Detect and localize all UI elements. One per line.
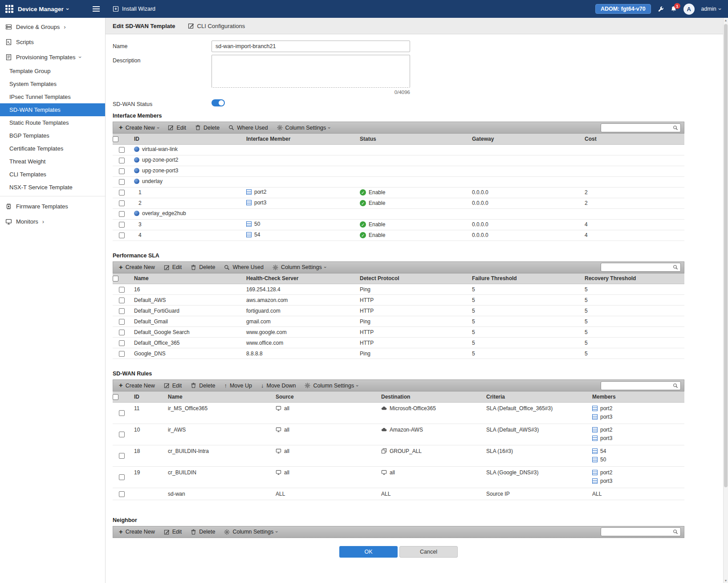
rule-row[interactable]: 11 ir_MS_Office365 all Microsoft-Office3… (113, 402, 684, 424)
edit-button[interactable]: Edit (163, 122, 191, 133)
row-checkbox[interactable] (119, 319, 125, 325)
column-header-status[interactable]: Status (356, 134, 468, 144)
sidebar-item-sdwan-templates[interactable]: SD-WAN Templates (0, 103, 105, 116)
sdwan-status-toggle[interactable] (211, 99, 225, 106)
row-checkbox[interactable] (119, 287, 125, 293)
zone-row[interactable]: virtual-wan-link (113, 144, 684, 155)
interface-member-row[interactable]: 3 50 ✓Enable 0.0.0.0 4 (113, 219, 684, 230)
sidebar-item-system-templates[interactable]: System Templates (0, 77, 105, 90)
select-all-checkbox[interactable] (113, 136, 118, 142)
rule-row[interactable]: 19 cr_BUILDIN all all SLA (Google_DNS#3)… (113, 466, 684, 488)
column-header-id[interactable]: ID (130, 391, 164, 402)
zone-row[interactable]: upg-zone-port3 (113, 166, 684, 176)
column-header-cost[interactable]: Cost (581, 134, 684, 144)
column-header-protocol[interactable]: Detect Protocol (356, 273, 468, 284)
sidebar-item-bgp-templates[interactable]: BGP Templates (0, 129, 105, 142)
column-settings-button[interactable]: Column Settings › (272, 122, 335, 133)
row-checkbox[interactable] (119, 232, 125, 238)
move-up-button[interactable]: ↑ Move Up (220, 380, 256, 391)
select-all-checkbox[interactable] (113, 394, 118, 400)
sla-row[interactable]: Default_Gmail gmail.com Ping 5 5 (113, 316, 684, 327)
column-header-failure[interactable]: Failure Threshold (468, 273, 581, 284)
rule-row[interactable]: 18 cr_BUILDIN-Intra all GROUP_ALL SLA (1… (113, 445, 684, 466)
name-field[interactable] (211, 41, 410, 52)
app-grid-icon[interactable] (5, 5, 13, 13)
create-new-button[interactable]: + Create New (114, 380, 159, 391)
select-all-checkbox[interactable] (113, 276, 118, 281)
row-checkbox[interactable] (119, 453, 125, 459)
install-wizard-button[interactable]: Install Wizard (106, 0, 163, 18)
interface-member-row[interactable]: 4 54 ✓Enable 0.0.0.0 4 (113, 230, 684, 241)
search-icon[interactable] (673, 265, 678, 270)
column-settings-button[interactable]: Column Settings › (220, 526, 282, 538)
sla-row[interactable]: Default_Google Search www.google.com HTT… (113, 327, 684, 338)
sla-row[interactable]: Default_Office_365 www.office.com HTTP 5… (113, 338, 684, 348)
ok-button[interactable]: OK (339, 546, 398, 558)
create-new-button[interactable]: + Create New (114, 526, 159, 538)
row-checkbox[interactable] (119, 211, 125, 217)
column-header-name[interactable]: Name (130, 273, 243, 284)
sidebar-item-scripts[interactable]: Scripts (0, 34, 105, 49)
row-checkbox[interactable] (119, 432, 125, 437)
cli-configurations-button[interactable]: CLI Configurations (188, 23, 245, 29)
description-field[interactable] (211, 55, 410, 88)
zone-row[interactable]: underlay (113, 176, 684, 187)
search-icon[interactable] (673, 529, 678, 534)
column-settings-button[interactable]: Column Settings › (300, 380, 362, 391)
row-checkbox[interactable] (119, 147, 125, 153)
sla-row[interactable]: Default_FortiGuard fortiguard.com HTTP 5… (113, 306, 684, 316)
column-header-name[interactable]: Name (164, 391, 272, 402)
sidebar-toggle-button[interactable] (93, 6, 100, 12)
sidebar-item-monitors[interactable]: Monitors › (0, 214, 105, 229)
row-checkbox[interactable] (119, 200, 125, 206)
zone-row[interactable]: overlay_edge2hub (113, 208, 684, 219)
sidebar-item-static-route-templates[interactable]: Static Route Templates (0, 116, 105, 129)
where-used-button[interactable]: Where Used (220, 262, 268, 273)
sidebar-item-device-groups[interactable]: Device & Groups › (0, 19, 105, 34)
column-header-source[interactable]: Source (272, 391, 378, 402)
edit-button[interactable]: Edit (159, 262, 187, 273)
sidebar-item-template-group[interactable]: Template Group (0, 65, 105, 77)
row-checkbox[interactable] (119, 308, 125, 314)
column-header-members[interactable]: Members (589, 391, 684, 402)
delete-button[interactable]: Delete (186, 526, 220, 538)
row-checkbox[interactable] (119, 330, 125, 335)
delete-button[interactable]: Delete (186, 380, 220, 391)
column-settings-button[interactable]: Column Settings › (268, 262, 330, 273)
column-header-recovery[interactable]: Recovery Threshold (581, 273, 684, 284)
scroll-up-icon[interactable]: ▲ (724, 19, 728, 22)
user-menu[interactable]: admin › (701, 6, 721, 12)
row-checkbox[interactable] (119, 474, 125, 480)
sidebar-item-nsxt-service-template[interactable]: NSX-T Service Template (0, 181, 105, 194)
create-new-button[interactable]: + Create New › (114, 122, 163, 133)
scroll-down-icon[interactable]: ▼ (724, 579, 728, 582)
create-new-button[interactable]: + Create New (114, 262, 159, 273)
column-header-server[interactable]: Health-Check Server (243, 273, 356, 284)
sidebar-item-provisioning-templates[interactable]: Provisioning Templates › (0, 49, 105, 65)
sla-row[interactable]: Google_DNS 8.8.8.8 Ping 5 5 (113, 348, 684, 359)
scrollbar-thumb[interactable] (724, 24, 728, 487)
row-checkbox[interactable] (119, 222, 125, 228)
row-checkbox[interactable] (119, 168, 125, 174)
search-icon[interactable] (673, 383, 678, 388)
sidebar-item-cli-templates[interactable]: CLI Templates (0, 168, 105, 181)
notifications-button[interactable]: 1 (671, 6, 677, 12)
interface-member-row[interactable]: 1 port2 ✓Enable 0.0.0.0 2 (113, 187, 684, 198)
zone-row[interactable]: upg-zone-port2 (113, 155, 684, 166)
row-checkbox[interactable] (119, 179, 125, 185)
search-input[interactable] (603, 529, 673, 535)
move-down-button[interactable]: ↓ Move Down (256, 380, 301, 391)
search-input[interactable] (603, 383, 673, 389)
edit-button[interactable]: Edit (159, 380, 187, 391)
sidebar-item-ipsec-tunnel-templates[interactable]: IPsec Tunnel Templates (0, 90, 105, 103)
sidebar-item-firmware-templates[interactable]: Firmware Templates (0, 199, 105, 214)
edit-button[interactable]: Edit (159, 526, 187, 538)
avatar[interactable]: A (683, 4, 695, 15)
delete-button[interactable]: Delete (186, 262, 220, 273)
tools-button[interactable] (658, 6, 664, 12)
row-checkbox[interactable] (119, 298, 125, 303)
cancel-button[interactable]: Cancel (399, 546, 458, 558)
row-checkbox[interactable] (119, 158, 125, 163)
adom-badge[interactable]: ADOM: fgt64-v70 (595, 4, 651, 14)
app-title-menu[interactable]: Device Manager › (18, 6, 69, 12)
